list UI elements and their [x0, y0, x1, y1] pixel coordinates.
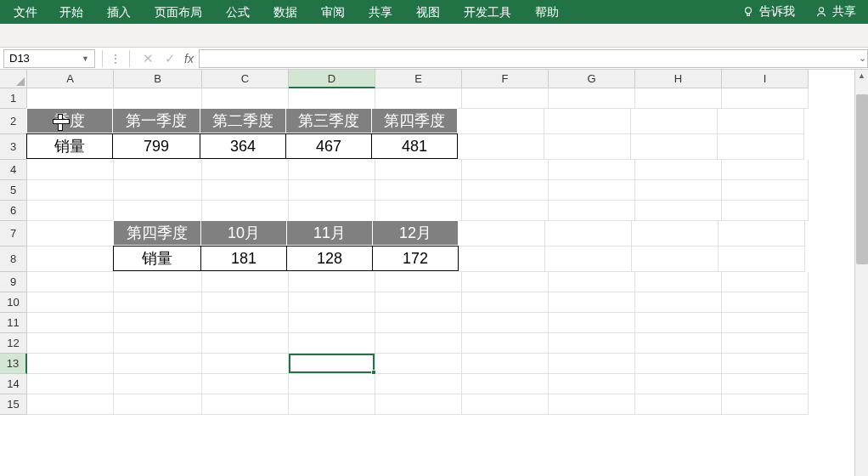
cell-G9[interactable]	[549, 272, 635, 292]
cell-E2[interactable]: 第四季度	[371, 108, 458, 133]
cell-I9[interactable]	[722, 272, 809, 292]
cell-E4[interactable]	[375, 160, 462, 180]
cell-I5[interactable]	[722, 180, 809, 201]
row-header-5[interactable]: 5	[0, 180, 27, 201]
ribbon-tab-9[interactable]: 开发工具	[452, 0, 523, 24]
ribbon-tab-8[interactable]: 视图	[404, 0, 452, 24]
cell-A8[interactable]	[27, 246, 114, 272]
cell-H11[interactable]	[635, 313, 722, 333]
cell-F4[interactable]	[462, 160, 549, 180]
row-header-10[interactable]: 10	[0, 292, 27, 313]
cell-C5[interactable]	[202, 180, 289, 201]
cell-A10[interactable]	[27, 292, 114, 313]
row-header-7[interactable]: 7	[0, 221, 27, 246]
cell-E11[interactable]	[375, 313, 462, 333]
cell-B15[interactable]	[114, 394, 202, 415]
cell-H6[interactable]	[635, 201, 722, 221]
cell-F13[interactable]	[462, 354, 549, 374]
ribbon-tab-0[interactable]: 文件	[3, 0, 48, 24]
cell-F9[interactable]	[462, 272, 549, 292]
col-header-H[interactable]: H	[635, 70, 722, 88]
cell-C10[interactable]	[202, 292, 289, 313]
cell-G12[interactable]	[549, 333, 635, 354]
cell-A9[interactable]	[27, 272, 114, 292]
select-all-button[interactable]	[0, 70, 27, 88]
cell-G14[interactable]	[549, 374, 635, 394]
scroll-up-icon[interactable]: ▲	[855, 70, 868, 82]
ribbon-tab-5[interactable]: 数据	[262, 0, 309, 24]
cell-D5[interactable]	[289, 180, 375, 201]
row-header-4[interactable]: 4	[0, 160, 27, 180]
cell-H8[interactable]	[632, 246, 719, 272]
cell-F7[interactable]	[459, 221, 545, 246]
cell-D11[interactable]	[289, 313, 375, 333]
col-header-B[interactable]: B	[114, 70, 202, 88]
cell-I8[interactable]	[719, 246, 805, 272]
cell-C2[interactable]: 第二季度	[200, 108, 286, 133]
cell-C9[interactable]	[202, 272, 289, 292]
cell-C3[interactable]: 364	[200, 133, 286, 159]
ribbon-tab-6[interactable]: 审阅	[309, 0, 357, 24]
cell-E6[interactable]	[375, 201, 462, 221]
row-header-9[interactable]: 9	[0, 272, 27, 292]
cell-C15[interactable]	[202, 394, 289, 415]
row-header-6[interactable]: 6	[0, 201, 27, 221]
cell-H7[interactable]	[632, 221, 719, 246]
cell-I15[interactable]	[722, 394, 809, 415]
cell-F5[interactable]	[462, 180, 549, 201]
cell-B11[interactable]	[114, 313, 202, 333]
cell-G8[interactable]	[545, 246, 632, 272]
col-header-G[interactable]: G	[549, 70, 635, 88]
cell-I4[interactable]	[722, 160, 809, 180]
cell-A4[interactable]	[27, 160, 114, 180]
ribbon-tab-2[interactable]: 插入	[95, 0, 143, 24]
cell-C13[interactable]	[202, 354, 289, 374]
expand-formula-icon[interactable]: ⌄	[858, 49, 868, 68]
cell-C1[interactable]	[202, 88, 289, 109]
scroll-thumb[interactable]	[856, 94, 868, 264]
cell-G3[interactable]	[544, 134, 631, 160]
cell-B4[interactable]	[114, 160, 202, 180]
cell-H12[interactable]	[635, 333, 722, 354]
ribbon-tab-3[interactable]: 页面布局	[143, 0, 214, 24]
vertical-scrollbar[interactable]: ▲	[854, 70, 868, 476]
cell-D15[interactable]	[289, 394, 375, 415]
cell-C7[interactable]: 10月	[200, 220, 287, 246]
col-header-D[interactable]: D	[289, 70, 375, 88]
cell-D14[interactable]	[289, 374, 375, 394]
cell-A14[interactable]	[27, 374, 114, 394]
row-headers[interactable]: 123456789101112131415	[0, 88, 27, 415]
cell-F6[interactable]	[462, 201, 549, 221]
cell-G5[interactable]	[549, 180, 635, 201]
cell-G2[interactable]	[544, 109, 631, 134]
name-box[interactable]: D13 ▼	[3, 49, 95, 68]
cell-I13[interactable]	[722, 354, 809, 374]
cell-A1[interactable]	[27, 88, 114, 109]
cell-A7[interactable]	[27, 221, 114, 246]
cell-C6[interactable]	[202, 201, 289, 221]
cell-E7[interactable]: 12月	[372, 220, 459, 246]
cell-F10[interactable]	[462, 292, 549, 313]
cell-D8[interactable]: 128	[286, 246, 373, 271]
cell-B7[interactable]: 第四季度	[113, 220, 201, 246]
row-header-13[interactable]: 13	[0, 354, 27, 374]
cell-F8[interactable]	[459, 246, 545, 272]
col-header-F[interactable]: F	[462, 70, 549, 88]
cell-H13[interactable]	[635, 354, 722, 374]
cell-I10[interactable]	[722, 292, 809, 313]
cell-E10[interactable]	[375, 292, 462, 313]
cell-G1[interactable]	[549, 88, 635, 109]
fx-icon[interactable]: fx	[184, 52, 194, 65]
col-header-E[interactable]: E	[375, 70, 462, 88]
row-header-2[interactable]: 2	[0, 109, 27, 134]
cell-B10[interactable]	[114, 292, 202, 313]
cell-G13[interactable]	[549, 354, 635, 374]
row-header-12[interactable]: 12	[0, 333, 27, 354]
cell-E14[interactable]	[375, 374, 462, 394]
cell-H5[interactable]	[635, 180, 722, 201]
cell-D4[interactable]	[289, 160, 375, 180]
cell-G10[interactable]	[549, 292, 635, 313]
tellme-box[interactable]: 告诉我	[730, 4, 807, 20]
ribbon-tab-10[interactable]: 帮助	[523, 0, 571, 24]
cell-I1[interactable]	[722, 88, 809, 109]
